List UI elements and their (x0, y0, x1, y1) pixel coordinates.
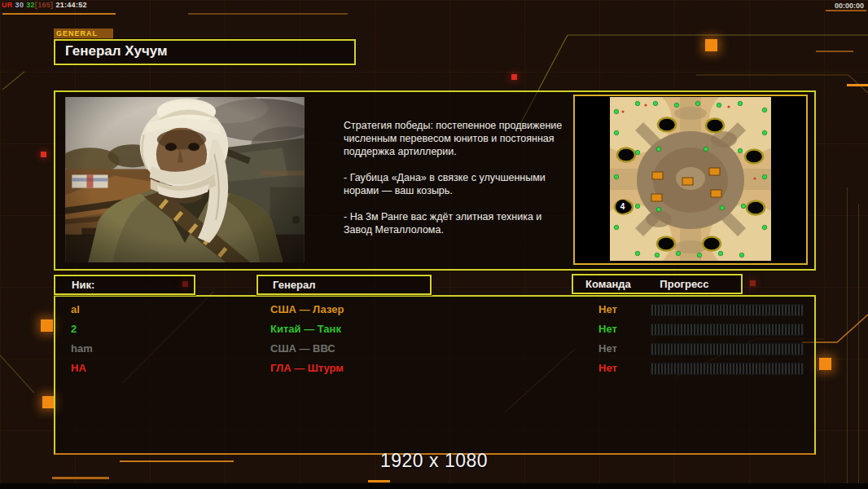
match-timer: 00:00:00 (835, 2, 864, 10)
loading-progress-bar (651, 363, 804, 375)
player-row: ham США — ВВС Нет (55, 339, 814, 359)
loading-screen: UR3032[165]21:44:52 00:00:00 GENERAL Ген… (0, 0, 868, 489)
player-team: Нет (598, 300, 617, 319)
decor-orange-square (819, 358, 831, 370)
decor-orange-square (41, 319, 53, 332)
player-general: США — Лазер (270, 300, 344, 319)
minimap-image: 4 (610, 97, 771, 261)
strategy-paragraph: - На 3м Ранге вас ждёт элитная техника и… (344, 210, 565, 236)
accent-line (188, 13, 348, 15)
loading-progress-bar (651, 304, 804, 316)
portrait-image (65, 97, 305, 262)
loading-progress-bar (651, 343, 804, 355)
netstats-value-1: 30 (15, 1, 24, 9)
player-general: Китай — Танк (270, 319, 341, 339)
general-portrait (65, 97, 305, 262)
netstats-latency: [165] (35, 1, 54, 9)
player-row: 2 Китай — Танк Нет (55, 319, 814, 339)
accent-line (847, 84, 868, 86)
general-name: Генерал Хучум (65, 43, 354, 59)
general-tab-label: GENERAL (54, 29, 113, 39)
briefing-panel: Стратегия победы: постепенное продвижени… (54, 90, 816, 271)
column-header-general: Генерал (256, 275, 432, 295)
player-row: al США — Лазер Нет (55, 300, 814, 319)
accent-line (816, 51, 853, 52)
netstats-value-2: 32 (26, 1, 35, 9)
player-general: ГЛА — Штурм (270, 359, 344, 378)
player-general: США — ВВС (270, 339, 335, 359)
column-header-team: Команда (585, 278, 631, 290)
accent-line (847, 187, 848, 489)
decor-orange-square (42, 396, 55, 408)
strategy-text: Стратегия победы: постепенное продвижени… (344, 119, 565, 249)
netstats-tag: UR (2, 1, 13, 9)
decor-red-square (750, 280, 756, 286)
loading-progress-bar (651, 324, 804, 336)
accent-line (858, 204, 859, 489)
minimap-panel: 4 (573, 95, 808, 265)
netstats-clock: 21:44:52 (55, 1, 86, 9)
players-table: al США — Лазер Нет 2 Китай — Танк Нет ha… (54, 295, 816, 455)
accent-line (52, 477, 109, 479)
start-position-badge: 4 (616, 200, 629, 214)
player-nick: 2 (71, 319, 77, 339)
player-nick: ham (71, 339, 93, 359)
column-header-team-progress: Команда Прогресс (572, 274, 743, 294)
player-nick: НА (71, 359, 86, 378)
decor-red-square (41, 152, 46, 157)
bottom-letterbox (0, 483, 868, 489)
column-header-nick: Ник: (54, 275, 195, 295)
accent-line (368, 480, 390, 482)
accent-line (826, 10, 866, 11)
resolution-label: 1920 x 1080 (0, 450, 868, 472)
player-nick: al (71, 300, 80, 319)
player-row: НА ГЛА — Штурм Нет (55, 359, 814, 378)
player-team: Нет (598, 319, 617, 339)
strategy-paragraph: - Гаубица «Дана» в связке с улучшенными … (344, 171, 565, 197)
decor-red-square (511, 74, 517, 80)
player-team: Нет (598, 359, 617, 378)
accent-line (2, 13, 116, 15)
general-title-box: Генерал Хучум (54, 39, 356, 65)
column-header-progress: Прогресс (660, 278, 708, 290)
network-stats-overlay: UR3032[165]21:44:52 (2, 1, 90, 9)
decor-orange-square (705, 39, 717, 51)
player-team: Нет (598, 339, 617, 359)
strategy-paragraph: Стратегия победы: постепенное продвижени… (344, 119, 565, 158)
